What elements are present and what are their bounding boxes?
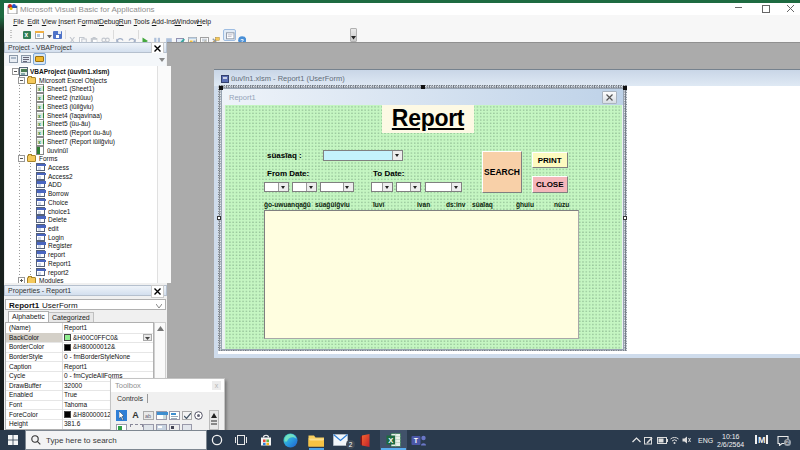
svg-text:T: T: [414, 437, 419, 444]
svg-text:X: X: [388, 436, 393, 445]
